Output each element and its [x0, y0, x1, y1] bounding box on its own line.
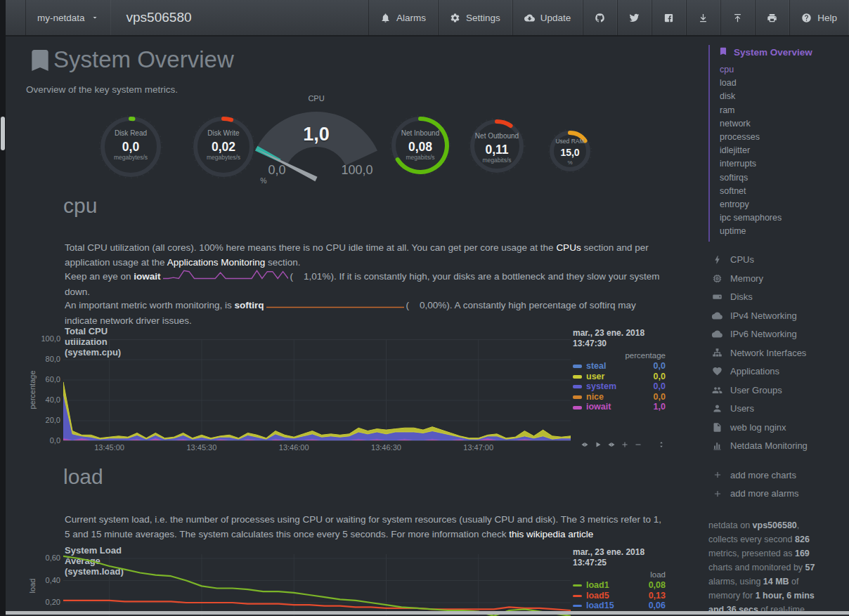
text: Total CPU utilization (all cores). 100% … [65, 242, 556, 253]
sidebar-subitem-cpu[interactable]: cpu [718, 63, 846, 77]
sidebar-item-system-overview[interactable]: System Overview [718, 46, 846, 58]
text: section. [265, 257, 300, 268]
gauge-title: Net Outbound [468, 132, 526, 140]
sidebar-action-add-more-alarms[interactable]: add more alarms [711, 485, 846, 504]
net-outbound-gauge[interactable]: Net Outbound 0,11 megabits/s [468, 117, 526, 175]
legend-swatch [573, 375, 582, 379]
gauge-max: 100,0 [337, 163, 377, 178]
left-scrollbar-thumb[interactable] [1, 117, 5, 150]
disk-write-gauge[interactable]: Disk Write 0,02 megabytes/s [191, 114, 256, 179]
sidebar-item-user-groups[interactable]: User Groups [711, 381, 846, 400]
plus-button[interactable] [621, 440, 629, 449]
sidebar-item-label: Applications [730, 366, 779, 376]
sidebar-subitem-ipc-semaphores[interactable]: ipc semaphores [718, 211, 846, 225]
gauge-value: 1,0 [254, 124, 378, 145]
chart-date: mar., 23 ene. 2018 [573, 547, 668, 557]
legend-item-steal[interactable]: steal0,0 [573, 361, 666, 371]
sidebar-subitem-idlejitter[interactable]: idlejitter [718, 144, 846, 157]
sidebar-subitem-load[interactable]: load [718, 77, 846, 90]
softirq-sparkline[interactable] [266, 298, 404, 314]
inline-link[interactable]: this wikipedia article [509, 529, 593, 539]
update-button[interactable]: Update [512, 0, 583, 35]
sidebar-subitem-processes[interactable]: processes [718, 131, 846, 144]
legend-label: load15 [586, 601, 614, 610]
twitter-button[interactable] [617, 0, 652, 35]
forward-button[interactable] [607, 440, 616, 449]
sidebar-item-users[interactable]: Users [711, 400, 846, 419]
my-netdata-menu[interactable]: my-netdata [25, 0, 111, 35]
sidebar-subitem-uptime[interactable]: uptime [718, 225, 846, 238]
legend-item-load1[interactable]: load10,08 [573, 580, 666, 590]
legend-item-load15[interactable]: load150,06 [573, 601, 666, 610]
gauge-title: Disk Write [191, 129, 256, 137]
legend-swatch [573, 406, 582, 409]
sidebar-item-network-interfaces[interactable]: Network Interfaces [711, 343, 846, 362]
y-axis-tick: 0,0 [25, 436, 60, 445]
alarms-button[interactable]: Alarms [368, 0, 438, 35]
sidebar-subitem-softnet[interactable]: softnet [718, 185, 846, 198]
sidebar-subitem-softirqs[interactable]: softirqs [718, 171, 846, 185]
legend-label: system [586, 381, 616, 391]
bookmark-icon [26, 46, 54, 77]
cloud-icon [711, 310, 723, 321]
sidebar-subitem-ram[interactable]: ram [718, 104, 846, 117]
bottom-scrollbar[interactable] [6, 611, 849, 615]
sidebar-subitem-disk[interactable]: disk [718, 90, 846, 103]
export-snapshot-button[interactable] [686, 0, 720, 35]
sidebar-item-label: CPUs [730, 254, 754, 265]
inline-link[interactable]: CPUs [556, 242, 581, 253]
legend-value: 0,0 [654, 381, 666, 391]
sidebar-subitem-network[interactable]: network [718, 117, 846, 131]
sidebar-item-ipv6-networking[interactable]: IPv6 Networking [711, 325, 846, 344]
import-snapshot-button[interactable] [720, 0, 755, 35]
sidebar-item-disks[interactable]: Disks [711, 288, 846, 307]
help-button[interactable]: Help [789, 0, 849, 35]
sidebar-item-netdata-monitoring[interactable]: Netdata Monitoring [711, 437, 846, 456]
settings-button[interactable]: Settings [438, 0, 512, 35]
backward-button[interactable] [581, 440, 589, 449]
sidebar-item-ipv4-networking[interactable]: IPv4 Networking [711, 306, 846, 325]
github-button[interactable] [583, 0, 617, 35]
sidebar-action-add-more-charts[interactable]: add more charts [711, 466, 846, 485]
left-scrollbar-track[interactable] [0, 0, 6, 616]
legend-label: iowait [586, 402, 611, 412]
resize-button[interactable] [657, 440, 666, 449]
chart-plot-area[interactable] [63, 554, 571, 616]
sidebar-item-applications[interactable]: Applications [711, 362, 846, 381]
legend-units: percentage [573, 351, 666, 360]
play-button[interactable] [594, 440, 602, 449]
legend-item-user[interactable]: user0,0 [573, 372, 666, 381]
sidebar-item-web-log-nginx[interactable]: web log nginx [711, 418, 846, 437]
iowait-sparkline[interactable] [163, 269, 288, 285]
footer-text: 14 MB [763, 577, 789, 586]
sidebar-item-label: Memory [730, 273, 763, 284]
cpu-gauge[interactable]: CPU 1,0 0,0 100,0 % [254, 94, 378, 185]
legend-label: user [586, 372, 604, 381]
inline-link[interactable]: Applications Monitoring [167, 257, 266, 268]
chart-date: mar., 23 ene. 2018 [573, 328, 668, 338]
sidebar-sections: CPUsMemoryDisksIPv4 NetworkingIPv6 Netwo… [708, 251, 846, 456]
plus-icon [711, 470, 723, 480]
legend-item-nice[interactable]: nice0,0 [573, 392, 666, 402]
facebook-button[interactable] [652, 0, 686, 35]
legend-item-load5[interactable]: load50,13 [573, 591, 666, 601]
minus-button[interactable] [634, 440, 642, 449]
sidebar-footer-summary: netdata on vps506580, collects every sec… [708, 518, 829, 616]
legend-item-system[interactable]: system0,0 [573, 381, 666, 391]
sidebar-item-cpus[interactable]: CPUs [711, 251, 846, 270]
cpu-paragraph-3: An important metric worth monitoring, is… [65, 298, 669, 328]
used-ram-gauge[interactable]: Used RAM 15,0 % [547, 129, 592, 173]
sidebar-item-label: Netdata Monitoring [730, 440, 808, 451]
chart-plot-area[interactable] [63, 339, 571, 441]
sidebar-item-memory[interactable]: Memory [711, 269, 846, 288]
sidebar-subitem-interrupts[interactable]: interrupts [718, 157, 846, 171]
legend-swatch [573, 595, 582, 597]
legend-item-iowait[interactable]: iowait1,0 [573, 402, 666, 412]
net-inbound-gauge[interactable]: Net Inbound 0,08 megabits/s [389, 114, 451, 176]
sidebar-subitem-entropy[interactable]: entropy [718, 198, 846, 211]
print-button[interactable] [755, 0, 789, 35]
legend-value: 0,06 [649, 601, 666, 610]
legend-swatch [573, 365, 582, 368]
sidebar-actions: add more chartsadd more alarms [708, 466, 846, 503]
disk-read-gauge[interactable]: Disk Read 0,0 megabytes/s [98, 114, 163, 179]
